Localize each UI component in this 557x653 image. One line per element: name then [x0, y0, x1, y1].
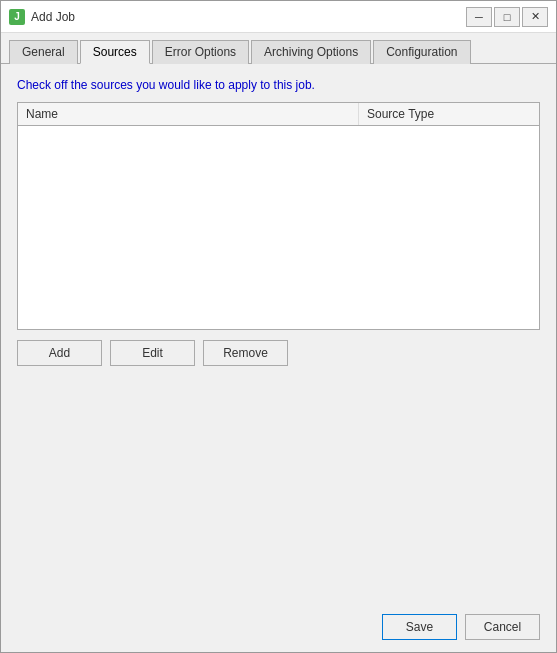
table-body	[18, 126, 539, 329]
app-icon: J	[9, 9, 25, 25]
add-job-window: J Add Job ─ □ ✕ General Sources Error Op…	[0, 0, 557, 653]
tab-general[interactable]: General	[9, 40, 78, 64]
tab-archiving-options[interactable]: Archiving Options	[251, 40, 371, 64]
cancel-button[interactable]: Cancel	[465, 614, 540, 640]
tab-sources[interactable]: Sources	[80, 40, 150, 64]
source-type-column-header: Source Type	[359, 103, 539, 125]
save-button[interactable]: Save	[382, 614, 457, 640]
close-button[interactable]: ✕	[522, 7, 548, 27]
tab-bar: General Sources Error Options Archiving …	[1, 33, 556, 64]
edit-button[interactable]: Edit	[110, 340, 195, 366]
instruction-text: Check off the sources you would like to …	[17, 78, 540, 92]
name-column-header: Name	[18, 103, 359, 125]
remove-button[interactable]: Remove	[203, 340, 288, 366]
tab-configuration[interactable]: Configuration	[373, 40, 470, 64]
bottom-buttons: Save Cancel	[1, 606, 556, 652]
title-bar-controls: ─ □ ✕	[466, 7, 548, 27]
title-bar: J Add Job ─ □ ✕	[1, 1, 556, 33]
content-area: Check off the sources you would like to …	[1, 64, 556, 606]
sources-table: Name Source Type	[17, 102, 540, 330]
window-title: Add Job	[31, 10, 466, 24]
table-header: Name Source Type	[18, 103, 539, 126]
action-buttons: Add Edit Remove	[17, 340, 540, 366]
add-button[interactable]: Add	[17, 340, 102, 366]
maximize-button[interactable]: □	[494, 7, 520, 27]
minimize-button[interactable]: ─	[466, 7, 492, 27]
tab-error-options[interactable]: Error Options	[152, 40, 249, 64]
